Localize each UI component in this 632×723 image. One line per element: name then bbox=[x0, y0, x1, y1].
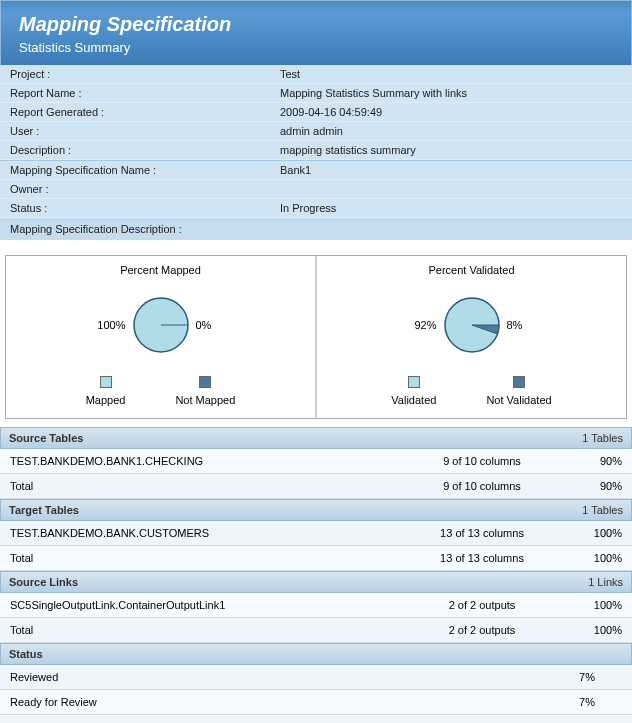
section-title: Status bbox=[9, 648, 43, 660]
pie-chart-icon bbox=[132, 296, 190, 354]
pie-chart-icon bbox=[443, 296, 501, 354]
section-header-source-tables: Source Tables 1 Tables bbox=[0, 427, 632, 449]
pie-label-left: 92% bbox=[414, 319, 436, 331]
info-block-1: Project :Test Report Name :Mapping Stati… bbox=[0, 65, 632, 160]
legend-label: Not Validated bbox=[486, 394, 551, 406]
table-row: TEST.BANKDEMO.BANK.CUSTOMERS13 of 13 col… bbox=[0, 521, 632, 546]
table-row: Reviewed7% bbox=[0, 665, 632, 690]
chart-title: Percent Validated bbox=[317, 264, 626, 276]
section-header-status: Status bbox=[0, 643, 632, 665]
section-header-source-links: Source Links 1 Links bbox=[0, 571, 632, 593]
description-label: Description : bbox=[0, 141, 270, 160]
project-label: Project : bbox=[0, 65, 270, 84]
legend-label: Validated bbox=[391, 394, 436, 406]
table-row: Total2 of 2 outputs100% bbox=[0, 618, 632, 643]
generated-label: Report Generated : bbox=[0, 103, 270, 122]
table-row: Total13 of 13 columns100% bbox=[0, 546, 632, 571]
user-label: User : bbox=[0, 122, 270, 141]
chart-percent-validated: Percent Validated 92% 8% Validated Not V… bbox=[317, 256, 626, 418]
section-count: 1 Links bbox=[588, 576, 623, 588]
report-subtitle: Statistics Summary bbox=[19, 40, 613, 55]
section-title: Target Tables bbox=[9, 504, 79, 516]
section-count: 1 Tables bbox=[582, 432, 623, 444]
table-row: SC5SingleOutputLink.ContainerOutputLink1… bbox=[0, 593, 632, 618]
legend-swatch-icon bbox=[199, 376, 211, 388]
report-header: Mapping Specification Statistics Summary bbox=[0, 0, 632, 65]
legend-swatch-icon bbox=[100, 376, 112, 388]
owner-label: Owner : bbox=[0, 180, 270, 199]
status-value: In Progress bbox=[270, 199, 632, 218]
description-value: mapping statistics summary bbox=[270, 141, 632, 160]
chart-legend: Validated Not Validated bbox=[317, 376, 626, 406]
msname-value: Bank1 bbox=[270, 161, 632, 180]
legend-swatch-icon bbox=[408, 376, 420, 388]
legend-label: Not Mapped bbox=[175, 394, 235, 406]
table-row: Ready for Review7% bbox=[0, 690, 632, 715]
owner-value bbox=[270, 180, 632, 199]
legend-label: Mapped bbox=[86, 394, 126, 406]
table-row: In Development53% bbox=[0, 715, 632, 723]
user-value: admin admin bbox=[270, 122, 632, 141]
section-title: Source Tables bbox=[9, 432, 83, 444]
section-title: Source Links bbox=[9, 576, 78, 588]
project-value: Test bbox=[270, 65, 632, 84]
reportname-value: Mapping Statistics Summary with links bbox=[270, 84, 632, 103]
msname-label: Mapping Specification Name : bbox=[0, 161, 270, 180]
report-title: Mapping Specification bbox=[19, 13, 613, 36]
table-row: TEST.BANKDEMO.BANK1.CHECKING9 of 10 colu… bbox=[0, 449, 632, 474]
pie-label-left: 100% bbox=[97, 319, 125, 331]
legend-swatch-icon bbox=[513, 376, 525, 388]
table-row: Total9 of 10 columns90% bbox=[0, 474, 632, 499]
pie-label-right: 8% bbox=[507, 319, 523, 331]
chart-legend: Mapped Not Mapped bbox=[6, 376, 315, 406]
chart-percent-mapped: Percent Mapped 100% 0% Mapped Not Mapped bbox=[6, 256, 317, 418]
charts-panel: Percent Mapped 100% 0% Mapped Not Mapped… bbox=[5, 255, 627, 419]
reportname-label: Report Name : bbox=[0, 84, 270, 103]
info-block-2: Mapping Specification Name :Bank1 Owner … bbox=[0, 161, 632, 218]
generated-value: 2009-04-16 04:59:49 bbox=[270, 103, 632, 122]
chart-title: Percent Mapped bbox=[6, 264, 315, 276]
status-label: Status : bbox=[0, 199, 270, 218]
section-header-target-tables: Target Tables 1 Tables bbox=[0, 499, 632, 521]
mapping-spec-description: Mapping Specification Description : bbox=[0, 218, 632, 240]
section-count: 1 Tables bbox=[582, 504, 623, 516]
pie-label-right: 0% bbox=[196, 319, 212, 331]
